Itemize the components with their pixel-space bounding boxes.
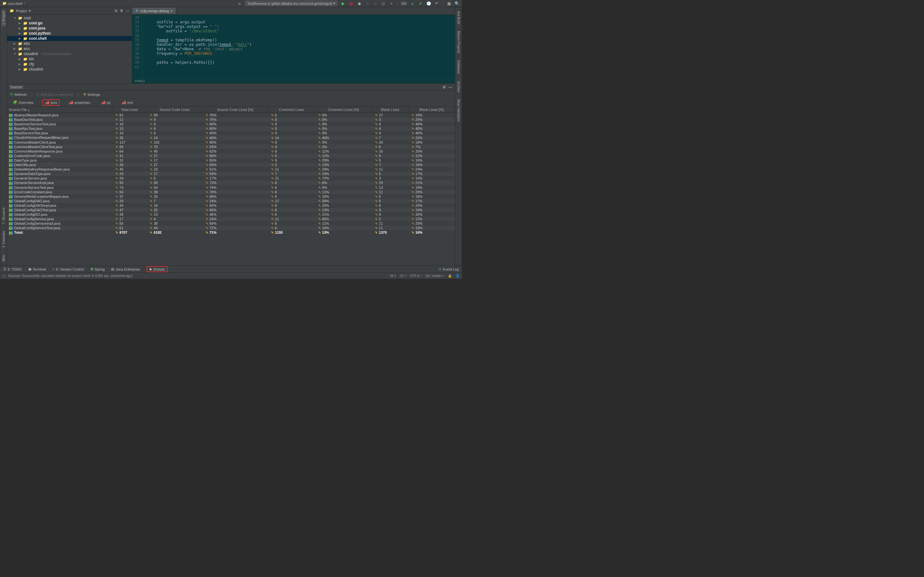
code-area[interactable]: outfile = args.output "kw">if args.outpu… [142,15,252,78]
tree-item[interactable]: ▶📁cool.python [7,31,132,36]
project-tree[interactable]: ▼📁cool▶📁cool.go▶📁cool.java▶📁cool.python▶… [7,15,132,83]
tree-arrow-icon[interactable]: ▶ [13,42,17,45]
table-row[interactable]: DynamicService.java✎29✎5✎17%✎21✎72%✎3✎10… [7,176,455,181]
column-header[interactable]: Comment Lines [%] [315,107,372,113]
vcs-commit-icon[interactable]: ✔ [418,1,423,6]
gear-icon[interactable]: ⚙ [443,85,446,89]
table-row[interactable]: CommonMasterClient.java✎127✎101✎80%✎6✎5%… [7,140,455,145]
status-git[interactable]: Git: master ÷ [426,274,444,277]
table-row[interactable]: AbstractMasterRequest.java✎91✎69✎76%✎5✎5… [7,113,455,118]
table-row[interactable]: GlobalConfigServiceImpl.java✎55✎38✎69%✎6… [7,221,455,226]
table-row[interactable]: DynamicDataType.java✎29✎17✎59%✎7✎24%✎5✎1… [7,171,455,176]
tab-sciview[interactable]: SciView [456,79,461,94]
gear-icon[interactable]: ⚙ [120,9,123,13]
project-header-label[interactable]: Project [16,9,27,13]
table-row[interactable]: GlobalConfigDAOImpl.java✎30✎18✎60%✎6✎20%… [7,203,455,208]
profile-icon[interactable]: ⊙ [365,1,370,6]
status-encoding[interactable]: UTF-8 ÷ [410,274,422,277]
tree-item[interactable]: ▶📁cool.shell [7,36,132,41]
tree-item[interactable]: ▼📁cool [7,15,132,21]
table-row[interactable]: GlobalConfigServiceTest.java✎61✎44✎72%✎6… [7,226,455,230]
tree-arrow-icon[interactable]: ▶ [13,47,17,50]
collapse-icon[interactable]: ⇆ [115,9,118,13]
breadcrumb-item[interactable]: cool.shell [8,2,23,5]
run-icon[interactable]: ▶ [341,1,346,6]
tree-item[interactable]: ▶📁cool.go [7,21,132,26]
column-header[interactable]: Total Lines [112,107,147,113]
table-row[interactable]: GeneralWebExceptionMapper.java✎37✎25✎68%… [7,194,455,199]
run-config-dropdown[interactable]: TestReverse in gitlab.alibaba-inc.com/co… [245,1,338,6]
table-row[interactable]: BaseInnerServiceTest.java✎10✎6✎60%✎0✎0%✎… [7,122,455,126]
tree-item[interactable]: ▶📁cloudinit [7,67,132,72]
hide-icon[interactable]: — [449,85,452,89]
tab-javaee[interactable]: ▤Java Enterprise [111,267,140,271]
inspection-icon[interactable]: 👤 [456,274,459,277]
tree-arrow-icon[interactable]: ▶ [19,37,22,40]
table-row[interactable]: BaseDaoTest.java✎12✎9✎75%✎0✎0%✎3✎25% [7,117,455,122]
table-row[interactable]: ErrorCodeConstant.java✎56✎39✎70%✎6✎11%✎1… [7,190,455,194]
table-row[interactable]: DateUtils.java✎39✎27✎69%✎5✎13%✎7✎18% [7,163,455,167]
tab-java[interactable]: java [42,99,60,106]
table-row[interactable]: BaseServiceTest.java✎10✎6✎60%✎0✎0%✎4✎40% [7,131,455,135]
close-icon[interactable]: × [170,9,172,13]
tab-ant[interactable]: Ant Build [456,9,461,26]
tree-arrow-icon[interactable]: ▶ [19,21,22,25]
tree-arrow-icon[interactable]: ▶ [19,32,22,35]
tab-py[interactable]: py [99,100,113,105]
tree-arrow-icon[interactable]: ▶ [19,27,22,30]
table-row[interactable]: CloudinitVersionRequestBean.java✎35✎14✎4… [7,135,455,140]
tab-vcs[interactable]: ⑂9: Version Control [52,268,84,271]
status-window-icon[interactable]: ▢ [3,274,5,277]
stop-icon[interactable]: ≡ [373,1,378,6]
tab-terminal[interactable]: ▣Terminal [28,267,46,271]
table-row[interactable]: BaseRpcTest.java✎10✎6✎60%✎0✎0%✎4✎40% [7,126,455,131]
tree-arrow-icon[interactable]: ▶ [19,63,22,66]
tree-item[interactable]: ▶📁ecs [7,46,132,51]
vcs-revert-icon[interactable]: ↶ [435,1,439,6]
tab-statistic[interactable]: ◆Statistic [147,266,168,272]
table-row[interactable]: DeleteMetaKeyResponseBean.java✎45✎23✎51%… [7,167,455,171]
breadcrumb[interactable]: 📁 cool.shell 〉 [3,1,27,6]
vcs-history-icon[interactable]: 🕘 [426,1,431,6]
table-row[interactable]: GlobalConfigDO.java✎28✎13✎46%✎6✎21%✎9✎32… [7,212,455,217]
tree-item[interactable]: ▶📁bin [7,56,132,61]
table-row[interactable]: GlobalConfigDAO.java✎29✎7✎24%✎17✎59%✎5✎1… [7,199,455,203]
status-position[interactable]: 34:1 [390,274,396,277]
column-header[interactable]: Source Code Lines [%] [202,107,268,113]
settings-button[interactable]: ⚙ Settings [83,92,100,97]
column-header[interactable]: Comment Lines [268,107,315,113]
editor-breadcrumb[interactable]: main() [132,78,455,83]
editor-tab-active[interactable]: ⚙ ccfg-merge-debug × [132,8,176,14]
hide-icon[interactable]: — [126,9,129,13]
refresh-button[interactable]: ⟳ Refresh [10,92,27,97]
debug-icon[interactable]: 🐞 [349,1,354,6]
refresh-on-selection-button[interactable]: ⟳ Refresh on selection [37,92,73,97]
column-header[interactable]: Source Code Lines [147,107,202,113]
statistic-table-wrap[interactable]: Source File▲Total LinesSource Code Lines… [7,107,455,266]
hammer-icon[interactable]: ↘ [237,1,242,6]
table-row[interactable]: DynamicServiceTest.java✎73✎54✎74%✎6✎8%✎1… [7,185,455,190]
tree-item[interactable]: ▶📁ebs [7,41,132,46]
table-row[interactable]: DataType.java✎31✎17✎55%✎9✎29%✎5✎16% [7,158,455,163]
tab-database[interactable]: Database [456,58,461,76]
column-header[interactable]: Blank Lines [%] [409,107,455,113]
table-row[interactable]: CommonMasterClientTest.java✎85✎79✎93%✎0✎… [7,145,455,149]
table-row[interactable]: GlobalConfigService.java✎17✎4✎24%✎11✎65%… [7,217,455,221]
lock-icon[interactable]: 🔒 [448,274,452,277]
tab-bean[interactable]: Bean Validation [456,97,461,123]
table-row[interactable]: DynamicServiceImpl.java✎95✎69✎73%✎6✎6%✎2… [7,181,455,185]
column-header[interactable]: Blank Lines [372,107,409,113]
tree-item[interactable]: ▼📁cloudinit~/Code/work/cloudinit [7,51,132,56]
table-row[interactable]: GlobalConfigDAOTest.java✎47✎32✎68%✎6✎13%… [7,208,455,212]
tab-spring[interactable]: ✿Spring [90,267,105,271]
editor-body[interactable]: 303132333435363738394041 outfile = args.… [132,15,455,78]
tree-arrow-icon[interactable]: ▶ [19,57,22,61]
tab-xml[interactable]: xml [120,100,135,105]
tab-todo[interactable]: ☰6: TODO [3,267,22,271]
tree-item[interactable]: ▶📁cfg [7,61,132,67]
tab-overview[interactable]: 🧩 Overview [11,100,35,105]
tab-maven[interactable]: Maven Projects [456,29,461,55]
column-header[interactable]: Source File▲ [7,107,112,113]
chevron-down-icon[interactable]: ▾ [29,9,31,13]
coverage-icon[interactable]: ◉ [357,1,362,6]
